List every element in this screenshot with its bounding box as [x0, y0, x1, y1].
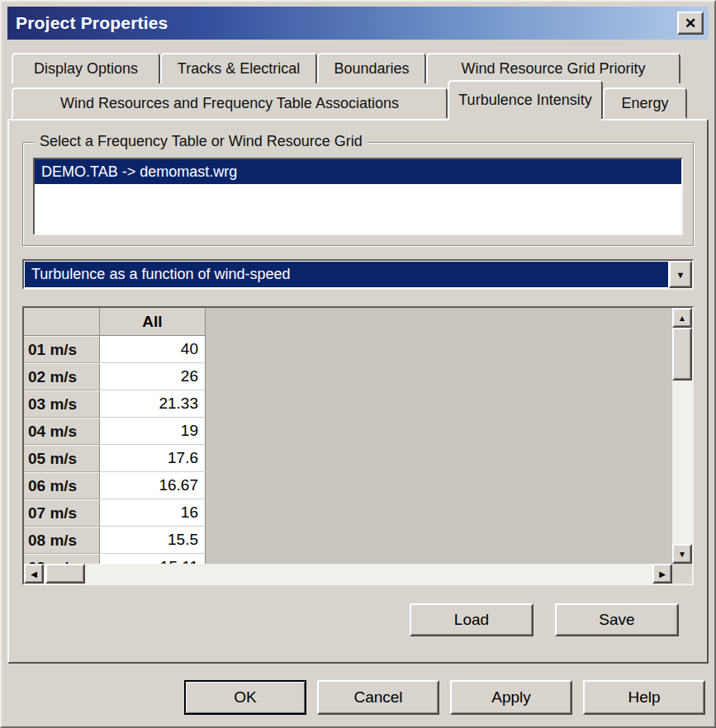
turbulence-grid: All 01 m/s 40 02 m/s 26 03 m/s 21.33: [22, 306, 694, 585]
turbulence-mode-combobox[interactable]: Turbulence as a function of wind-speed ▼: [22, 259, 694, 290]
table-row: 08 m/s 15.5: [24, 527, 672, 554]
row-header: 06 m/s: [24, 472, 100, 499]
tab-tracks-electrical[interactable]: Tracks & Electrical: [160, 53, 317, 83]
arrow-left-icon: ◀: [31, 570, 37, 579]
chevron-down-icon: ▼: [676, 270, 685, 280]
arrow-right-icon: ▶: [659, 570, 666, 579]
help-button[interactable]: Help: [583, 680, 705, 715]
turbulence-intensity-panel: Select a Frequency Table or Wind Resourc…: [7, 119, 709, 664]
tab-boundaries[interactable]: Boundaries: [317, 53, 426, 83]
grid-cell[interactable]: 40: [100, 336, 206, 363]
grid-column-header-all: All: [100, 308, 206, 336]
titlebar: Project Properties ✕: [7, 7, 709, 40]
grid-corner-cell: [24, 308, 100, 336]
window-title: Project Properties: [16, 13, 677, 33]
row-header: 02 m/s: [24, 363, 100, 390]
row-header: 01 m/s: [24, 336, 100, 363]
grid-header-filler: [206, 308, 672, 336]
tab-wind-resource-grid-priority[interactable]: Wind Resource Grid Priority: [426, 53, 680, 83]
apply-button[interactable]: Apply: [450, 680, 572, 715]
row-header: 08 m/s: [24, 527, 100, 554]
row-header: 04 m/s: [24, 418, 100, 445]
groupbox-label: Select a Frequency Table or Wind Resourc…: [35, 133, 367, 150]
grid-cell[interactable]: 17.6: [100, 445, 206, 472]
close-button[interactable]: ✕: [677, 12, 704, 35]
row-header: 07 m/s: [24, 499, 100, 527]
grid-cell[interactable]: 21.33: [100, 390, 206, 418]
scroll-down-button[interactable]: ▼: [672, 544, 692, 564]
row-header: 03 m/s: [24, 390, 100, 418]
list-item[interactable]: DEMO.TAB -> demomast.wrg: [35, 159, 681, 184]
scrollbar-corner: [672, 564, 692, 584]
table-row: 03 m/s 21.33: [24, 390, 672, 418]
close-icon: ✕: [685, 15, 696, 32]
grid-cell[interactable]: 19: [100, 418, 206, 445]
load-button[interactable]: Load: [410, 603, 533, 636]
row-header: 09 m/s: [24, 554, 100, 564]
grid-content: All 01 m/s 40 02 m/s 26 03 m/s 21.33: [24, 308, 672, 564]
table-row: 07 m/s 16: [24, 499, 672, 527]
table-row: 06 m/s 16.67: [24, 472, 672, 499]
project-properties-dialog: Project Properties ✕ Display Options Tra…: [0, 0, 716, 728]
horizontal-scrollbar[interactable]: ◀ ▶: [24, 564, 672, 584]
tab-wind-resources-associations[interactable]: Wind Resources and Frequency Table Assoc…: [12, 87, 448, 119]
table-row: 04 m/s 19: [24, 418, 672, 445]
cancel-button[interactable]: Cancel: [317, 680, 439, 715]
tab-display-options[interactable]: Display Options: [12, 53, 160, 83]
vertical-scrollbar[interactable]: ▲ ▼: [672, 308, 692, 564]
tab-turbulence-intensity[interactable]: Turbulence Intensity: [448, 80, 603, 119]
table-row: 05 m/s 17.6: [24, 445, 672, 472]
tab-row-2: Wind Resources and Frequency Table Assoc…: [7, 83, 709, 119]
frequency-table-listbox[interactable]: DEMO.TAB -> demomast.wrg: [33, 158, 683, 235]
grid-cell[interactable]: 16: [100, 499, 206, 527]
table-row: 02 m/s 26: [24, 363, 672, 390]
arrow-down-icon: ▼: [678, 550, 686, 559]
grid-cell[interactable]: 15.11: [100, 554, 206, 564]
scroll-right-button[interactable]: ▶: [652, 564, 672, 584]
save-button[interactable]: Save: [555, 603, 679, 636]
tab-row-1: Display Options Tracks & Electrical Boun…: [7, 53, 709, 83]
tab-energy[interactable]: Energy: [603, 87, 687, 119]
row-header: 05 m/s: [24, 445, 100, 472]
grid-cell[interactable]: 15.5: [100, 527, 206, 554]
grid-cell[interactable]: 26: [100, 363, 206, 390]
frequency-table-groupbox: Select a Frequency Table or Wind Resourc…: [22, 142, 694, 246]
scroll-up-button[interactable]: ▲: [672, 308, 692, 328]
ok-button[interactable]: OK: [184, 680, 306, 715]
table-row: 01 m/s 40: [24, 336, 672, 363]
grid-header-row: All: [24, 308, 672, 336]
combobox-dropdown-button[interactable]: ▼: [669, 261, 692, 288]
vertical-scroll-thumb[interactable]: [672, 328, 692, 381]
arrow-up-icon: ▲: [678, 314, 686, 323]
load-save-row: Load Save: [22, 603, 694, 636]
grid-cell[interactable]: 16.67: [100, 472, 206, 499]
horizontal-scroll-thumb[interactable]: [45, 564, 85, 584]
table-row: 09 m/s 15.11: [24, 554, 672, 564]
dialog-button-row: OK Cancel Apply Help: [7, 680, 709, 715]
scroll-left-button[interactable]: ◀: [24, 564, 44, 584]
combobox-selected-value: Turbulence as a function of wind-speed: [25, 262, 668, 287]
